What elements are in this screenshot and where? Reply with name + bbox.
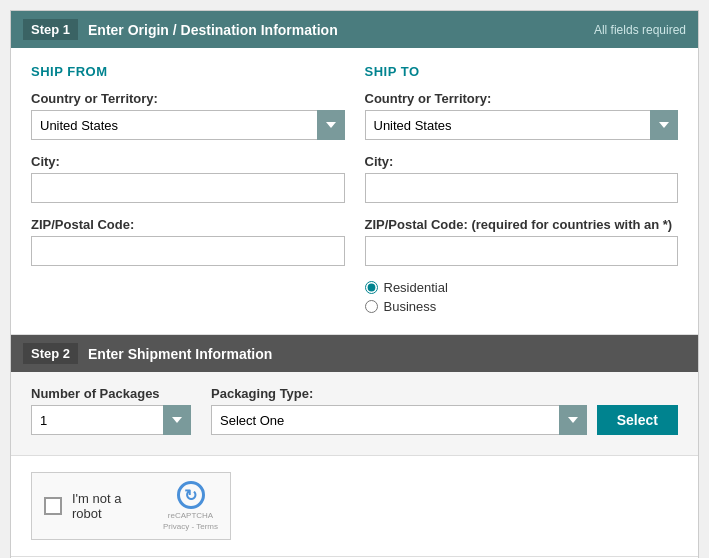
business-radio[interactable] (365, 300, 378, 313)
all-fields-required: All fields required (594, 23, 686, 37)
packages-field: Number of Packages 1 2 3 4 5 (31, 386, 191, 435)
recaptcha-links: Privacy - Terms (163, 522, 218, 531)
page-container: Step 1 Enter Origin / Destination Inform… (10, 10, 699, 558)
packaging-wrapper: Select One Your Packaging FedEx Envelope… (211, 405, 587, 435)
packaging-field: Packaging Type: Select One Your Packagin… (211, 386, 678, 435)
packages-select[interactable]: 1 2 3 4 5 (31, 405, 191, 435)
address-type-group: Residential Business (365, 280, 679, 314)
packaging-select[interactable]: Select One Your Packaging FedEx Envelope… (211, 405, 587, 435)
packages-label: Number of Packages (31, 386, 191, 401)
recaptcha-logo: ↻ reCAPTCHA Privacy - Terms (163, 481, 218, 531)
ship-from-zip-input[interactable] (31, 236, 345, 266)
ship-to-col: SHIP TO Country or Territory: United Sta… (365, 64, 679, 318)
ship-from-country-label: Country or Territory: (31, 91, 345, 106)
step2-header: Step 2 Enter Shipment Information (11, 335, 698, 372)
ship-to-city-group: City: (365, 154, 679, 203)
recaptcha-text: reCAPTCHA (168, 511, 213, 520)
step2-label: Step 2 (23, 343, 78, 364)
captcha-label: I'm not a robot (72, 491, 153, 521)
ship-from-country-group: Country or Territory: United States Cana… (31, 91, 345, 140)
ship-to-city-label: City: (365, 154, 679, 169)
residential-option[interactable]: Residential (365, 280, 679, 295)
ship-to-zip-label: ZIP/Postal Code: (required for countries… (365, 217, 679, 232)
ship-to-country-group: Country or Territory: United States Cana… (365, 91, 679, 140)
ship-from-zip-group: ZIP/Postal Code: (31, 217, 345, 266)
ship-from-city-label: City: (31, 154, 345, 169)
captcha-box: I'm not a robot ↻ reCAPTCHA Privacy - Te… (31, 472, 231, 540)
residential-label: Residential (384, 280, 448, 295)
captcha-checkbox[interactable] (44, 497, 62, 515)
ship-from-city-input[interactable] (31, 173, 345, 203)
packaging-label: Packaging Type: (211, 386, 678, 401)
ship-from-zip-label: ZIP/Postal Code: (31, 217, 345, 232)
step1-content: SHIP FROM Country or Territory: United S… (11, 48, 698, 335)
ship-from-header: SHIP FROM (31, 64, 345, 79)
business-label: Business (384, 299, 437, 314)
ship-from-country-select[interactable]: United States Canada United Kingdom Aust… (31, 110, 345, 140)
packaging-select-row: Select One Your Packaging FedEx Envelope… (211, 405, 678, 435)
step1-label: Step 1 (23, 19, 78, 40)
ship-to-country-wrapper: United States Canada United Kingdom Aust… (365, 110, 679, 140)
step2-title: Enter Shipment Information (88, 346, 272, 362)
step1-title: Enter Origin / Destination Information (88, 22, 338, 38)
ship-to-zip-group: ZIP/Postal Code: (required for countries… (365, 217, 679, 266)
ship-to-city-input[interactable] (365, 173, 679, 203)
ship-from-col: SHIP FROM Country or Territory: United S… (31, 64, 345, 318)
residential-radio[interactable] (365, 281, 378, 294)
ship-to-zip-input[interactable] (365, 236, 679, 266)
ship-to-country-select[interactable]: United States Canada United Kingdom Aust… (365, 110, 679, 140)
ship-from-country-wrapper: United States Canada United Kingdom Aust… (31, 110, 345, 140)
business-option[interactable]: Business (365, 299, 679, 314)
ship-to-country-label: Country or Territory: (365, 91, 679, 106)
ship-to-header: SHIP TO (365, 64, 679, 79)
packages-wrapper: 1 2 3 4 5 (31, 405, 191, 435)
step1-header: Step 1 Enter Origin / Destination Inform… (11, 11, 698, 48)
step2-content: Number of Packages 1 2 3 4 5 Packaging T… (11, 372, 698, 456)
captcha-area: I'm not a robot ↻ reCAPTCHA Privacy - Te… (11, 456, 698, 557)
ship-from-city-group: City: (31, 154, 345, 203)
recaptcha-icon: ↻ (177, 481, 205, 509)
select-button[interactable]: Select (597, 405, 678, 435)
